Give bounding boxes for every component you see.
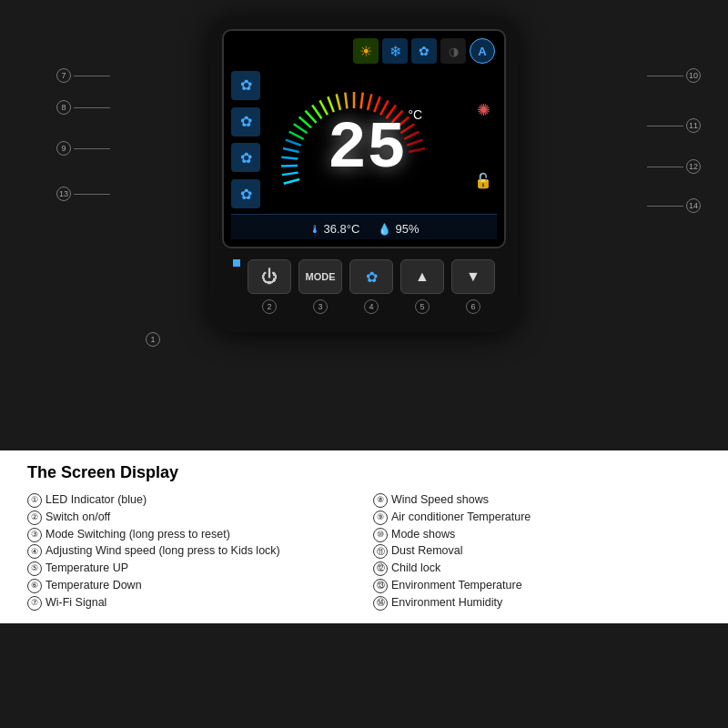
btn-label-4: 4 (349, 299, 393, 314)
desc-item-10: ⑩ Mode shows (373, 526, 701, 543)
buttons-row: ⏻ MODE ✿ ▲ ▼ (222, 248, 506, 294)
thermometer-icon: 🌡 (309, 223, 320, 236)
device-wrapper: ☀ ❄ ✿ ◑ A ✿ ✿ ✿ ✿ (0, 0, 728, 332)
svg-line-6 (289, 132, 304, 139)
desc-item-3: ③ Mode Switching (long press to reset) (27, 526, 355, 543)
desc-item-2: ② Switch on/off (27, 509, 355, 526)
svg-line-18 (374, 96, 379, 112)
svg-line-9 (305, 111, 316, 123)
mode-icon-dry[interactable]: ◑ (440, 38, 466, 64)
desc-item-11: ⑪ Dust Removal (373, 542, 701, 560)
right-icons: ✺ 🔓 (470, 69, 497, 210)
fan-speed-4[interactable]: ✿ (231, 179, 260, 208)
annotation-12: 12 (647, 159, 701, 174)
desc-item-7: ⑦ Wi-Fi Signal (27, 594, 355, 612)
description-title: The Screen Display (27, 463, 701, 482)
desc-left-col: ① LED Indicator (blue) ② Switch on/off ③… (27, 491, 355, 611)
mode-icon-sun[interactable]: ☀ (353, 38, 379, 64)
svg-line-12 (328, 96, 333, 112)
svg-line-24 (404, 132, 419, 139)
fan-speed-3[interactable]: ✿ (231, 143, 260, 172)
desc-right-col: ⑧ Wind Speed shows ⑨ Air conditioner Tem… (373, 491, 701, 611)
device-outer: ☀ ❄ ✿ ◑ A ✿ ✿ ✿ ✿ (209, 16, 519, 332)
btn-label-5: 5 (400, 299, 444, 314)
desc-item-6: ⑥ Temperature Down (27, 577, 355, 594)
temp-up-button[interactable]: ▲ (400, 259, 444, 294)
svg-line-11 (319, 100, 327, 115)
temp-unit: °C (408, 107, 422, 122)
desc-item-5: ⑤ Temperature UP (27, 560, 355, 577)
annotation-10: 10 (647, 68, 701, 83)
fan-speed-1[interactable]: ✿ (231, 71, 260, 100)
fan-button[interactable]: ✿ (349, 259, 393, 294)
mode-icon-auto[interactable]: A (470, 38, 495, 64)
temp-value: 25 (328, 112, 406, 187)
svg-line-14 (345, 93, 347, 109)
mode-icon-snow[interactable]: ❄ (382, 38, 408, 64)
annotation-7: 7 (56, 68, 110, 83)
annotation-13: 13 (56, 187, 110, 201)
mode-button[interactable]: MODE (298, 259, 342, 294)
description-section: The Screen Display ① LED Indicator (blue… (0, 450, 728, 623)
mode-icon-fan[interactable]: ✿ (411, 38, 437, 64)
svg-line-1 (282, 173, 298, 176)
desc-item-1: ① LED Indicator (blue) (27, 491, 355, 509)
humidity-value: 95% (395, 222, 419, 236)
svg-line-16 (361, 93, 363, 109)
fan-speed-2[interactable]: ✿ (231, 107, 260, 136)
ambient-temp-value: 36.8°C (324, 222, 360, 236)
svg-line-17 (368, 94, 371, 109)
annotation-14: 14 (647, 198, 701, 213)
main-display: ✿ ✿ ✿ ✿ (231, 69, 497, 210)
btn-label-3: 3 (298, 299, 342, 314)
screen: ☀ ❄ ✿ ◑ A ✿ ✿ ✿ ✿ (222, 29, 506, 248)
annotation-1: 1 (146, 332, 160, 347)
droplet-icon: 💧 (378, 223, 391, 236)
svg-line-10 (312, 105, 321, 118)
desc-item-9: ⑨ Air conditioner Temperature (373, 509, 701, 526)
svg-line-13 (337, 94, 340, 109)
svg-line-5 (286, 140, 301, 146)
ambient-temp-display: 🌡 36.8°C (309, 222, 360, 236)
bottom-readings: 🌡 36.8°C 💧 95% (231, 214, 497, 239)
svg-line-3 (281, 157, 298, 159)
desc-item-12: ⑫ Child lock (373, 560, 701, 577)
annotation-11: 11 (647, 118, 701, 133)
annotation-9: 9 (56, 141, 110, 156)
description-grid: ① LED Indicator (blue) ② Switch on/off ③… (27, 491, 701, 611)
svg-line-0 (284, 179, 299, 184)
mode-icons-row: ☀ ❄ ✿ ◑ A (231, 38, 497, 64)
desc-item-14: ⑭ Environment Humidity (373, 594, 701, 612)
power-button[interactable]: ⏻ (248, 259, 291, 294)
btn-label-2: 2 (248, 299, 291, 314)
annotation-8: 8 (56, 100, 110, 115)
svg-line-25 (407, 140, 422, 146)
humidity-display: 💧 95% (378, 222, 419, 236)
temp-down-button[interactable]: ▼ (451, 259, 495, 294)
temperature-display: 25 °C (328, 116, 406, 182)
desc-item-13: ⑬ Environment Temperature (373, 577, 701, 594)
arc-meter: 25 °C (268, 69, 466, 210)
desc-item-8: ⑧ Wind Speed shows (373, 491, 701, 509)
svg-line-26 (409, 148, 425, 152)
led-indicator (233, 259, 240, 267)
svg-line-4 (283, 148, 299, 152)
svg-line-8 (299, 117, 312, 128)
child-lock-icon: 🔓 (474, 172, 492, 189)
device-section: ☀ ❄ ✿ ◑ A ✿ ✿ ✿ ✿ (0, 0, 728, 450)
btn-label-6: 6 (451, 299, 495, 314)
button-labels: 2 3 4 5 6 (222, 294, 506, 319)
dust-removal-icon: ✺ (477, 100, 490, 120)
svg-line-7 (294, 124, 308, 133)
desc-item-4: ④ Adjusting Wind speed (long press to Ki… (27, 542, 355, 560)
fan-speed-column: ✿ ✿ ✿ ✿ (231, 69, 264, 210)
